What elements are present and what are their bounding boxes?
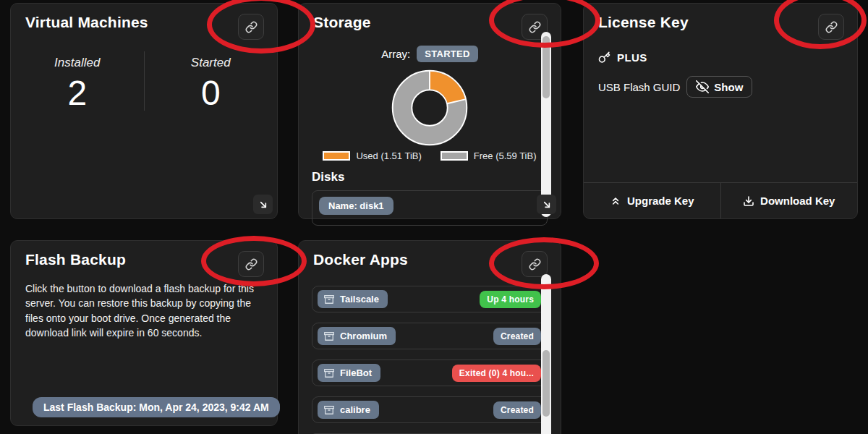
vm-installed-stat: Installed 2 <box>11 51 144 111</box>
container-status-badge: Up 4 hours <box>480 291 541 308</box>
array-label: Array: <box>381 48 410 60</box>
legend-swatch-used <box>323 151 350 161</box>
container-box-icon <box>324 405 334 415</box>
legend-item-free: Free (5.59 TiB) <box>441 150 537 161</box>
container-status-badge: Exited (0) 4 hou... <box>452 365 541 382</box>
vm-installed-label: Installed <box>11 56 144 70</box>
legend-label-used: Used (1.51 TiB) <box>356 150 421 161</box>
docker-scrollbar[interactable] <box>541 274 551 434</box>
legend-swatch-free <box>441 151 468 161</box>
docker-name-badge[interactable]: FileBot <box>318 364 380 382</box>
show-guid-button[interactable]: Show <box>686 76 752 98</box>
show-guid-label: Show <box>714 81 743 93</box>
card-virtual-machines: Virtual Machines Installed 2 Started 0 <box>10 3 278 219</box>
disk-panel: Name: disk1 <box>312 190 548 226</box>
dashboard: Virtual Machines Installed 2 Started 0 <box>0 0 868 434</box>
docker-scrollbar-thumb[interactable] <box>542 350 550 417</box>
disk-name-badge: Name: disk1 <box>319 197 393 215</box>
docker-row-chromium[interactable]: Chromium Created <box>312 323 548 349</box>
container-box-icon <box>324 294 334 305</box>
flash-backup-link-button[interactable] <box>238 251 264 277</box>
array-status-badge: STARTED <box>417 46 478 62</box>
container-name: FileBot <box>340 367 372 378</box>
legend-item-used: Used (1.51 TiB) <box>323 150 421 161</box>
license-key-link-button[interactable] <box>818 14 844 40</box>
link-icon <box>529 21 541 33</box>
container-status-badge: Created <box>493 401 541 419</box>
resize-handle[interactable] <box>537 195 556 214</box>
flash-backup-description: Click the button to download a flash bac… <box>11 277 277 340</box>
card-docker-apps: Docker Apps Tailscale Up 4 hours <box>298 240 561 434</box>
card-license-key: License Key PLUS USB Flash GUID Show <box>583 3 858 219</box>
virtual-machines-title: Virtual Machines <box>25 14 148 31</box>
container-box-icon <box>324 368 334 378</box>
docker-row-filebot[interactable]: FileBot Exited (0) 4 hou... <box>312 359 548 386</box>
card-flash-backup: Flash Backup Click the button to downloa… <box>10 240 278 426</box>
upgrade-key-label: Upgrade Key <box>627 195 694 207</box>
eye-off-icon <box>696 80 709 93</box>
donut-legend: Used (1.51 TiB) Free (5.59 TiB) <box>323 150 536 161</box>
container-name: calibre <box>340 404 370 415</box>
docker-row-calibre[interactable]: calibre Created <box>312 396 548 423</box>
key-icon <box>598 51 610 64</box>
container-status-badge: Created <box>493 328 541 345</box>
docker-name-badge[interactable]: calibre <box>318 401 379 419</box>
last-flash-backup-badge: Last Flash Backup: Mon, Apr 24, 2023, 9:… <box>33 397 280 417</box>
license-footer: Upgrade Key Download Key <box>584 182 857 218</box>
arrow-down-right-icon <box>541 199 553 210</box>
virtual-machines-link-button[interactable] <box>238 14 264 40</box>
link-icon <box>245 258 258 271</box>
container-name: Chromium <box>340 331 387 341</box>
license-key-title: License Key <box>598 14 689 31</box>
vm-started-value: 0 <box>145 76 278 111</box>
storage-scrollbar-thumb[interactable] <box>542 36 550 98</box>
vm-stats: Installed 2 Started 0 <box>11 51 277 111</box>
vm-started-label: Started <box>145 56 278 70</box>
download-key-label: Download Key <box>760 195 835 207</box>
storage-title: Storage <box>313 14 371 31</box>
arrow-down-right-icon <box>258 199 269 210</box>
storage-donut-chart <box>388 67 471 149</box>
card-storage: Storage Array: STARTED <box>298 3 561 219</box>
resize-handle[interactable] <box>253 195 273 214</box>
legend-label-free: Free (5.59 TiB) <box>474 150 537 161</box>
download-key-button[interactable]: Download Key <box>721 183 858 218</box>
flash-backup-title: Flash Backup <box>25 251 126 268</box>
docker-container-list: Tailscale Up 4 hours Chromium Created <box>299 277 561 434</box>
docker-apps-title: Docker Apps <box>313 251 408 268</box>
chevrons-up-icon <box>610 195 621 207</box>
link-icon <box>825 21 838 33</box>
docker-name-badge[interactable]: Tailscale <box>318 290 388 308</box>
link-icon <box>529 258 541 271</box>
vm-installed-value: 2 <box>11 76 144 111</box>
license-tier: PLUS <box>617 51 647 64</box>
container-box-icon <box>324 331 334 341</box>
docker-apps-link-button[interactable] <box>522 251 548 277</box>
guid-label: USB Flash GUID <box>598 81 680 93</box>
container-name: Tailscale <box>340 294 379 305</box>
vm-started-stat: Started 0 <box>144 51 278 111</box>
docker-name-badge[interactable]: Chromium <box>318 327 396 345</box>
download-icon <box>743 195 754 207</box>
storage-scrollbar[interactable] <box>541 32 551 217</box>
link-icon <box>245 21 258 33</box>
disks-heading: Disks <box>312 170 344 184</box>
docker-row-tailscale[interactable]: Tailscale Up 4 hours <box>312 286 548 312</box>
upgrade-key-button[interactable]: Upgrade Key <box>584 183 721 218</box>
